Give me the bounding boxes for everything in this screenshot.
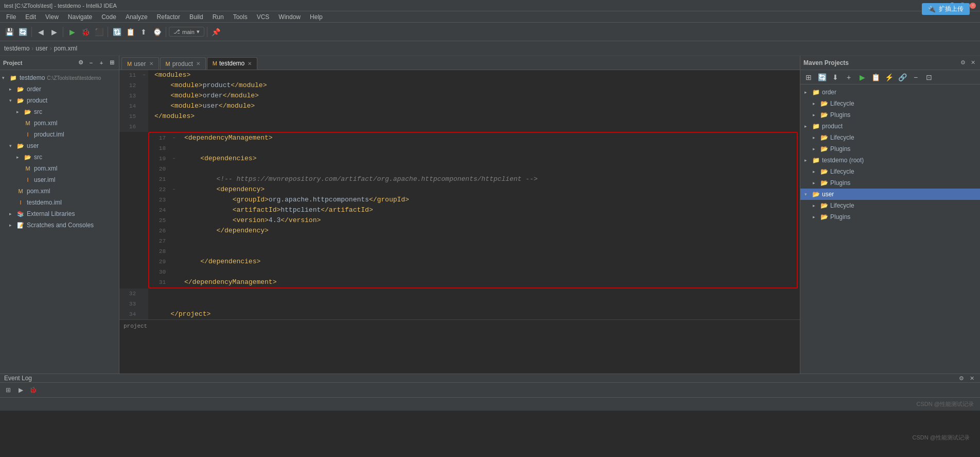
tree-item-user-pom[interactable]: M pom.xml <box>0 163 119 174</box>
tree-path-testdemo: C:\ZTools\test\testdemo <box>47 75 101 81</box>
tree-arrow-external-libs: ▸ <box>9 211 16 216</box>
tree-item-product[interactable]: ▾ 📂 product <box>0 95 119 106</box>
menu-build[interactable]: Build <box>185 12 207 22</box>
tab-testdemo-close[interactable]: ✕ <box>248 61 252 66</box>
mv-arrow-testdemo: ▸ <box>804 158 812 163</box>
tree-label-external-libs: External Libraries <box>27 210 75 217</box>
tree-item-product-src[interactable]: ▸ 📂 src <box>0 106 119 117</box>
tree-item-testdemo[interactable]: ▾ 📁 testdemo C:\ZTools\test\testdemo <box>0 72 119 83</box>
toolbar-tasks-button[interactable]: 📌 <box>210 26 222 38</box>
maven-item-order[interactable]: ▸ 📁 order <box>800 87 980 98</box>
maven-item-product-plugins[interactable]: ▸ 📂 Plugins <box>800 143 980 155</box>
tree-item-product-iml[interactable]: I product.iml <box>0 129 119 140</box>
maven-item-product[interactable]: ▸ 📁 product <box>800 121 980 132</box>
menu-window[interactable]: Window <box>274 12 305 22</box>
toolbar-history-button[interactable]: ⌚ <box>151 26 163 38</box>
menu-analyze[interactable]: Analyze <box>121 12 152 22</box>
breadcrumb-testdemo[interactable]: testdemo <box>4 45 29 52</box>
editor-content[interactable]: 11 − <modules> 12 <module>product</modul… <box>119 70 800 374</box>
maven-extra-button[interactable]: ⊡ <box>923 71 935 83</box>
menu-vcs[interactable]: VCS <box>253 12 274 22</box>
breadcrumb-pom[interactable]: pom.xml <box>54 45 77 52</box>
tab-testdemo[interactable]: M testdemo ✕ <box>207 57 258 70</box>
event-log-settings-icon[interactable]: ⚙ <box>957 374 966 382</box>
line-num-14: 14 <box>119 101 140 111</box>
tab-product[interactable]: M product ✕ <box>160 57 206 70</box>
project-gear-icon[interactable]: ⊞ <box>108 59 116 67</box>
bottom-run-icon[interactable]: ▶ <box>15 385 26 395</box>
tree-item-user-src[interactable]: ▸ 📂 src <box>0 151 119 163</box>
maven-collapse-button[interactable]: − <box>909 71 922 83</box>
tree-item-external-libs[interactable]: ▸ 📚 External Libraries <box>0 208 119 219</box>
maven-expand-all[interactable]: ⊞ <box>802 71 815 83</box>
tree-item-testdemo-iml[interactable]: I testdemo.iml <box>0 197 119 208</box>
iml-icon-testdemo: I <box>16 198 25 207</box>
toolbar-branch-selector[interactable]: ⎇ main ▾ <box>169 27 204 37</box>
menu-code[interactable]: Code <box>97 12 120 22</box>
maven-download-button[interactable]: ⬇ <box>829 71 842 83</box>
toolbar-debug-button[interactable]: 🐞 <box>79 26 92 38</box>
project-expand-icon[interactable]: + <box>97 59 106 67</box>
maven-item-user[interactable]: ▾ 📂 user <box>800 189 980 200</box>
menu-run[interactable]: Run <box>208 12 228 22</box>
tree-item-root-pom[interactable]: M pom.xml <box>0 185 119 197</box>
maven-show-lifecycle[interactable]: 📋 <box>869 71 882 83</box>
tab-product-close[interactable]: ✕ <box>196 61 200 66</box>
gutter-16 <box>140 122 148 132</box>
tab-user-close[interactable]: ✕ <box>149 61 153 66</box>
breadcrumb-user[interactable]: user <box>36 45 47 52</box>
menu-edit[interactable]: Edit <box>21 12 40 22</box>
maven-item-user-plugins[interactable]: ▸ 📂 Plugins <box>800 211 980 223</box>
maven-item-order-plugins[interactable]: ▸ 📂 Plugins <box>800 109 980 121</box>
maven-link-button[interactable]: 🔗 <box>896 71 908 83</box>
gutter-17[interactable]: − <box>170 133 178 143</box>
maven-toggle-button[interactable]: ⚡ <box>883 71 895 83</box>
close-button[interactable]: ✕ <box>970 3 976 9</box>
toolbar-stop-button[interactable]: ⬛ <box>93 26 105 38</box>
gutter-11[interactable]: − <box>140 70 148 80</box>
gutter-19[interactable]: − <box>170 154 178 164</box>
maven-item-order-lifecycle[interactable]: ▸ 📂 Lifecycle <box>800 98 980 109</box>
toolbar-sync-button[interactable]: 🔄 <box>16 26 29 38</box>
tree-item-user[interactable]: ▾ 📂 user <box>0 140 119 151</box>
toolbar-back-button[interactable]: ◀ <box>34 26 47 38</box>
bottom-terminal-icon[interactable]: ⊞ <box>3 385 13 395</box>
event-log-label[interactable]: Event Log <box>4 375 32 382</box>
maven-add-button[interactable]: + <box>843 71 855 83</box>
toolbar-push-button[interactable]: ⬆ <box>137 26 150 38</box>
upload-button[interactable]: 🔌 扩插上传 <box>922 3 970 15</box>
maven-close-icon[interactable]: ✕ <box>969 59 977 67</box>
menu-refactor[interactable]: Refactor <box>153 12 184 22</box>
tree-item-user-iml[interactable]: I user.iml <box>0 174 119 185</box>
tab-user[interactable]: M user ✕ <box>121 57 159 70</box>
maven-run-button[interactable]: ▶ <box>856 71 868 83</box>
gutter-22[interactable]: − <box>170 184 178 195</box>
bottom-debug-icon[interactable]: 🐞 <box>28 385 38 395</box>
project-settings-icon[interactable]: ⚙ <box>77 59 85 67</box>
menu-view[interactable]: View <box>41 12 63 22</box>
tree-item-scratches[interactable]: ▸ 📝 Scratches and Consoles <box>0 219 119 231</box>
maven-item-user-lifecycle[interactable]: ▸ 📂 Lifecycle <box>800 200 980 211</box>
menu-tools[interactable]: Tools <box>229 12 252 22</box>
menu-navigate[interactable]: Navigate <box>64 12 96 22</box>
toolbar-run-button[interactable]: ▶ <box>66 26 78 38</box>
line-content-13: <module>order</module> <box>148 91 800 101</box>
tree-item-order[interactable]: ▸ 📂 order <box>0 83 119 95</box>
menu-file[interactable]: File <box>2 12 20 22</box>
maven-reload-button[interactable]: 🔄 <box>816 71 828 83</box>
event-log-close-icon[interactable]: ✕ <box>968 374 976 382</box>
project-collapse-icon[interactable]: − <box>87 59 95 67</box>
bottom-icons: ⊞ ▶ 🐞 <box>0 383 980 397</box>
toolbar-forward-button[interactable]: ▶ <box>48 26 60 38</box>
tree-item-product-pom[interactable]: M pom.xml <box>0 117 119 129</box>
menu-help[interactable]: Help <box>306 12 327 22</box>
maven-settings-icon[interactable]: ⚙ <box>959 59 967 67</box>
toolbar-update-button[interactable]: 🔃 <box>111 26 123 38</box>
maven-item-testdemo-lifecycle[interactable]: ▸ 📂 Lifecycle <box>800 166 980 177</box>
toolbar-commit-button[interactable]: 📋 <box>124 26 136 38</box>
maven-item-product-lifecycle[interactable]: ▸ 📂 Lifecycle <box>800 132 980 143</box>
maven-item-testdemo[interactable]: ▸ 📁 testdemo (root) <box>800 155 980 166</box>
maven-item-testdemo-plugins[interactable]: ▸ 📂 Plugins <box>800 177 980 189</box>
line-content-24: <artifactId>httpclient</artifactId> <box>178 205 797 215</box>
toolbar-save-button[interactable]: 💾 <box>3 26 15 38</box>
